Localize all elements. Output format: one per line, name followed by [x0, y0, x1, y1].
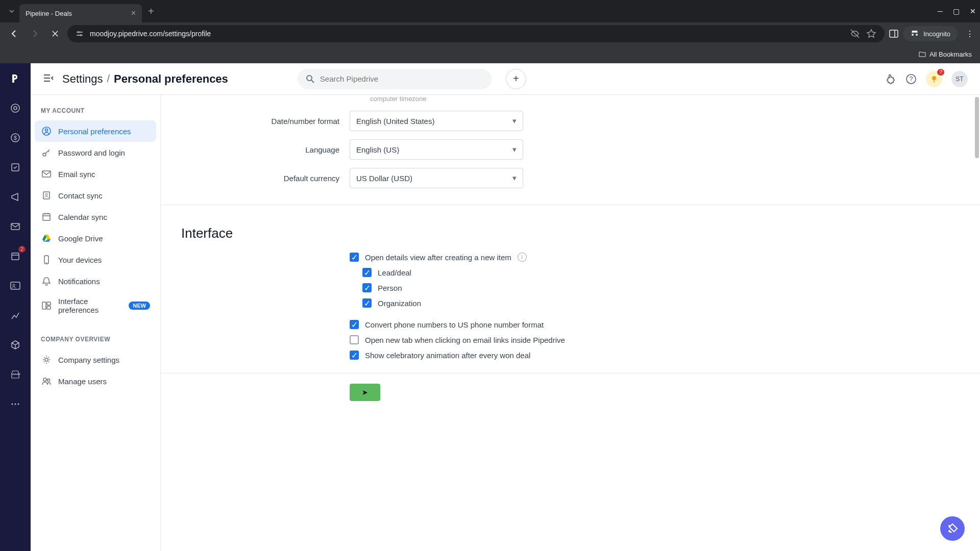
language-select[interactable]: English (US) [350, 139, 523, 160]
interface-section-title: Interface [161, 217, 980, 249]
sidebar-item-password[interactable]: Password and login [35, 142, 156, 163]
sidebar-item-label: Password and login [58, 148, 150, 157]
rail-insights-icon[interactable] [6, 306, 24, 324]
user-avatar[interactable]: ST [951, 71, 968, 87]
rail-contacts-icon[interactable] [6, 277, 24, 295]
search-icon [306, 74, 315, 84]
sidebar-item-label: Email sync [58, 170, 150, 179]
sidebar-item-company-settings[interactable]: Company settings [35, 349, 156, 370]
rail-projects-icon[interactable] [6, 158, 24, 177]
google-drive-icon [41, 233, 52, 244]
phone-icon [41, 254, 52, 265]
svg-point-27 [45, 129, 48, 132]
rail-campaigns-icon[interactable] [6, 188, 24, 206]
search-input[interactable] [320, 74, 483, 83]
svg-point-33 [45, 193, 47, 195]
sales-assistant-icon[interactable]: ? [926, 71, 942, 87]
help-fab[interactable] [940, 516, 965, 541]
search-container[interactable] [298, 69, 492, 89]
calendar-icon [41, 211, 52, 222]
sidebar-item-label: Manage users [58, 377, 150, 386]
checkbox-person[interactable]: ✓ [362, 283, 372, 292]
currency-select[interactable]: US Dollar (USD) [350, 168, 523, 188]
checkbox-open-new-tab[interactable] [350, 335, 359, 344]
sidebar-item-google-drive[interactable]: Google Drive [35, 228, 156, 249]
currency-label: Default currency [181, 174, 339, 183]
stop-reload-button[interactable] [47, 26, 63, 42]
sidebar-section-account: MY ACCOUNT [35, 107, 156, 120]
breadcrumb-parent[interactable]: Settings [62, 72, 103, 86]
svg-point-7 [14, 107, 17, 110]
rail-leads-icon[interactable] [6, 99, 24, 117]
sidebar-item-calendar-sync[interactable]: Calendar sync [35, 206, 156, 228]
forward-button[interactable] [27, 26, 43, 42]
icon-rail: $ 2 [0, 63, 31, 551]
svg-point-44 [43, 378, 46, 381]
collapse-sidebar-button[interactable] [43, 73, 54, 85]
gear-icon [41, 354, 52, 365]
rail-mail-icon[interactable] [6, 217, 24, 236]
maximize-icon[interactable]: ▢ [953, 7, 960, 15]
rail-more-icon[interactable] [6, 395, 24, 413]
sidebar-item-notifications[interactable]: Notifications [35, 270, 156, 292]
checkbox-organization[interactable]: ✓ [362, 298, 372, 308]
key-icon [41, 147, 52, 158]
incognito-indicator[interactable]: Incognito [903, 26, 958, 41]
checkbox-open-details[interactable]: ✓ [350, 253, 359, 262]
back-button[interactable] [6, 26, 22, 42]
sidebar-item-devices[interactable]: Your devices [35, 249, 156, 270]
contact-icon [41, 190, 52, 201]
rail-activities-icon[interactable]: 2 [6, 247, 24, 265]
sidebar-item-label: Your devices [58, 256, 150, 264]
checkbox-convert-phone[interactable]: ✓ [350, 320, 359, 329]
address-bar: moodjoy.pipedrive.com/settings/profile I… [0, 22, 980, 45]
bookmark-star-icon[interactable] [866, 29, 876, 39]
browser-tab-bar: Pipeline - Deals × + ─ ▢ ✕ [0, 0, 980, 22]
pipedrive-logo[interactable] [6, 69, 24, 88]
svg-point-15 [13, 284, 15, 286]
rail-deals-icon[interactable]: $ [6, 129, 24, 147]
checkbox-label: Lead/deal [378, 268, 411, 277]
eye-off-icon[interactable] [850, 29, 860, 39]
scrollbar-thumb[interactable] [975, 97, 979, 158]
site-settings-icon[interactable] [76, 30, 84, 38]
svg-point-18 [18, 404, 19, 405]
rail-products-icon[interactable] [6, 336, 24, 354]
svg-point-22 [307, 76, 312, 81]
checkbox-label: Organization [378, 299, 421, 308]
svg-rect-34 [43, 214, 50, 220]
save-button[interactable]: ➤ [350, 384, 380, 401]
divider [161, 205, 980, 205]
extension-icon[interactable] [885, 73, 896, 85]
close-tab-icon[interactable]: × [131, 9, 136, 18]
sidebar-item-label: Calendar sync [58, 213, 150, 221]
assistant-badge: ? [937, 69, 944, 76]
sidebar-item-contact-sync[interactable]: Contact sync [35, 185, 156, 206]
new-tab-button[interactable]: + [148, 6, 154, 17]
svg-point-16 [12, 404, 13, 405]
side-panel-icon[interactable] [889, 29, 899, 39]
browser-menu-icon[interactable]: ⋮ [966, 29, 974, 39]
svg-rect-11 [11, 223, 19, 230]
rail-marketplace-icon[interactable] [6, 365, 24, 384]
add-button[interactable]: + [506, 69, 526, 89]
sidebar-item-personal-preferences[interactable]: Personal preferences [35, 120, 156, 142]
close-window-icon[interactable]: ✕ [970, 7, 976, 15]
checkbox-lead-deal[interactable]: ✓ [362, 268, 372, 277]
minimize-icon[interactable]: ─ [938, 7, 943, 15]
bell-icon [41, 276, 52, 287]
info-icon[interactable]: i [518, 253, 527, 262]
bookmarks-bar: All Bookmarks [0, 45, 980, 63]
scrollbar[interactable] [974, 95, 980, 551]
sidebar-item-manage-users[interactable]: Manage users [35, 370, 156, 392]
date-format-select[interactable]: English (United States) [350, 111, 523, 131]
url-bar[interactable]: moodjoy.pipedrive.com/settings/profile [67, 25, 885, 42]
checkbox-celebratory[interactable]: ✓ [350, 350, 359, 360]
sidebar-item-interface-preferences[interactable]: Interface preferences NEW [35, 292, 156, 319]
svg-point-2 [78, 31, 80, 33]
tab-search-dropdown[interactable] [4, 4, 19, 19]
browser-tab[interactable]: Pipeline - Deals × [19, 4, 142, 22]
sidebar-item-email-sync[interactable]: Email sync [35, 163, 156, 185]
all-bookmarks-button[interactable]: All Bookmarks [918, 50, 972, 58]
help-icon[interactable]: ? [905, 73, 917, 85]
